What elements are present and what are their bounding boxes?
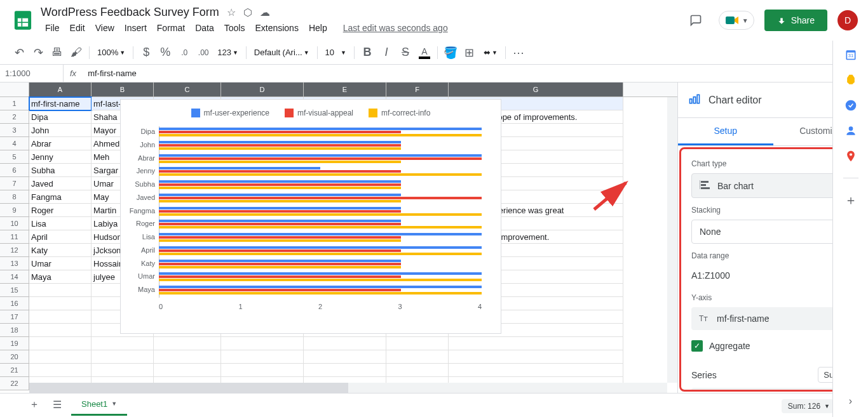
paint-format-icon[interactable]: 🖌 <box>67 44 85 62</box>
last-edit-link[interactable]: Last edit was seconds ago <box>343 23 448 33</box>
svg-rect-4 <box>726 17 735 24</box>
menu-edit[interactable]: Edit <box>65 20 90 36</box>
menu-tools[interactable]: Tools <box>220 20 250 36</box>
text-color-icon[interactable]: A <box>416 44 433 62</box>
toolbar: ↶ ↷ 🖶 🖌 100% ▼ $ % .0 .00 123 ▼ Default … <box>0 41 868 65</box>
vertical-scrollbar[interactable] <box>667 97 677 383</box>
account-avatar[interactable]: D <box>837 10 858 30</box>
yaxis-label: Y-axis <box>691 293 855 302</box>
menu-data[interactable]: Data <box>191 20 219 36</box>
svg-rect-6 <box>693 96 695 103</box>
decrease-decimal-icon[interactable]: .0 <box>175 44 193 62</box>
svg-text:31: 31 <box>848 53 853 58</box>
series-label: Series <box>691 370 717 380</box>
text-type-icon: Tᴛ <box>699 314 710 323</box>
redo-icon[interactable]: ↷ <box>29 44 47 62</box>
hide-side-panel-icon[interactable]: › <box>849 395 852 407</box>
bold-icon[interactable]: B <box>358 44 376 62</box>
font-size-select[interactable]: 10 ▼ <box>322 45 350 60</box>
undo-icon[interactable]: ↶ <box>10 44 28 62</box>
add-addon-icon[interactable]: ＋ <box>844 194 857 206</box>
contacts-icon[interactable] <box>844 124 857 137</box>
star-icon[interactable]: ☆ <box>227 6 236 18</box>
number-format-select[interactable]: 123 ▼ <box>214 45 242 60</box>
cloud-icon[interactable]: ☁ <box>260 6 270 18</box>
menu-help[interactable]: Help <box>304 20 332 36</box>
increase-decimal-icon[interactable]: .00 <box>194 44 212 62</box>
tasks-icon[interactable] <box>844 99 857 112</box>
svg-rect-10 <box>701 184 706 186</box>
embedded-chart[interactable]: mf-user-experiencemf-visual-appealmf-cor… <box>120 99 501 334</box>
chart-type-select[interactable]: Bar chart ▼ <box>691 173 855 198</box>
menu-extensions[interactable]: Extensions <box>250 20 302 36</box>
menu-format[interactable]: Format <box>153 20 189 36</box>
chart-icon <box>688 93 701 108</box>
percent-icon[interactable]: % <box>156 44 174 62</box>
font-select[interactable]: Default (Ari... ▼ <box>250 45 313 60</box>
formula-input[interactable]: mf-first-name <box>83 69 868 78</box>
stacking-label: Stacking <box>691 206 855 215</box>
chart-editor-title: Chart editor <box>709 95 841 106</box>
menu-file[interactable]: File <box>41 20 64 36</box>
svg-point-16 <box>845 100 856 111</box>
svg-point-17 <box>848 126 853 131</box>
borders-icon[interactable]: ⊞ <box>461 44 478 62</box>
svg-point-18 <box>849 153 851 156</box>
fill-color-icon[interactable]: 🪣 <box>442 44 459 62</box>
aggregate-checkbox[interactable]: ✓ Aggregate <box>691 335 855 357</box>
strike-icon[interactable]: S <box>397 44 414 62</box>
print-icon[interactable]: 🖶 <box>48 44 66 62</box>
horizontal-scrollbar[interactable] <box>29 383 667 393</box>
bar-chart-icon <box>700 180 711 191</box>
share-button[interactable]: Share <box>764 10 827 31</box>
svg-rect-11 <box>701 187 710 189</box>
status-sum[interactable]: Sum: 126 ▼ <box>782 399 836 413</box>
doc-title[interactable]: WordPress Feedback Survey Form <box>41 6 219 19</box>
spreadsheet-grid[interactable]: ABCDEFG1mf-first-namemf-last-namemf-emai… <box>0 83 677 393</box>
chart-type-label: Chart type <box>691 159 855 168</box>
move-icon[interactable]: ⬡ <box>243 6 252 18</box>
keep-icon[interactable] <box>844 74 857 86</box>
series-field-1[interactable]: 123 mf-user-experience Sum ⋮ <box>691 388 855 392</box>
svg-rect-5 <box>690 99 692 103</box>
menu-insert[interactable]: Insert <box>120 20 151 36</box>
italic-icon[interactable]: I <box>377 44 395 62</box>
checkbox-checked-icon: ✓ <box>691 340 703 352</box>
zoom-select[interactable]: 100% ▼ <box>93 45 129 60</box>
menu-view[interactable]: View <box>91 20 119 36</box>
maps-icon[interactable] <box>844 150 857 162</box>
add-sheet-icon[interactable]: ＋ <box>25 396 43 414</box>
data-range-value[interactable]: A1:Z1000 <box>691 270 730 281</box>
meet-button[interactable]: ▼ <box>719 11 754 30</box>
stacking-select[interactable]: None ▼ <box>691 220 855 244</box>
comment-history-icon[interactable] <box>683 8 709 33</box>
currency-icon[interactable]: $ <box>137 44 155 62</box>
more-toolbar-icon[interactable]: ⋯ <box>510 44 527 62</box>
svg-rect-7 <box>697 95 699 103</box>
fx-icon: fx <box>64 69 83 78</box>
data-range-label: Data range <box>691 251 855 260</box>
calendar-icon[interactable]: 31 <box>844 48 857 61</box>
name-box[interactable]: 1:1000 <box>0 65 64 82</box>
tab-setup[interactable]: Setup <box>678 118 773 145</box>
yaxis-field[interactable]: Tᴛ mf-first-name ⋮ <box>691 307 855 330</box>
sheets-logo[interactable] <box>10 8 36 33</box>
sheet-tab-1[interactable]: Sheet1 ▼ <box>71 394 127 416</box>
all-sheets-icon[interactable]: ☰ <box>48 396 66 414</box>
svg-rect-9 <box>701 181 709 183</box>
merge-icon[interactable]: ⬌ ▼ <box>480 45 501 60</box>
